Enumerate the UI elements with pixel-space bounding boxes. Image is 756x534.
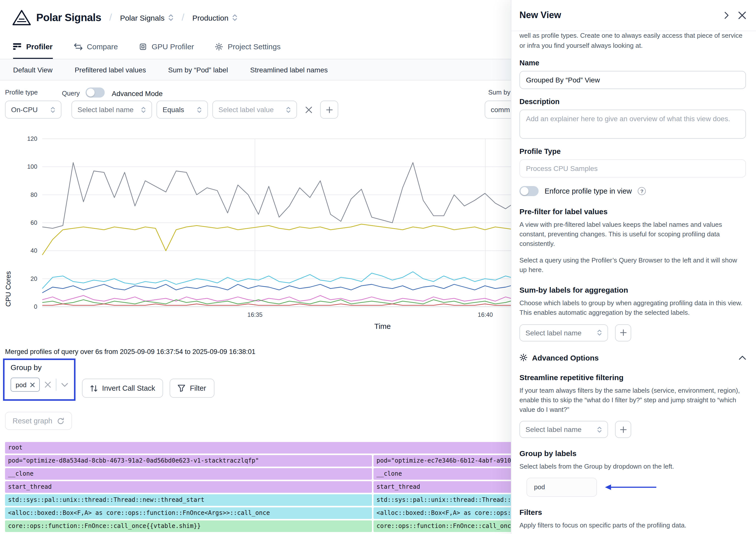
new-view-panel: New View well as profile types. Create o… xyxy=(511,0,756,534)
view-default[interactable]: Default View xyxy=(13,65,53,74)
streamline-label-select[interactable]: Select label name xyxy=(520,421,608,438)
query-label: Query xyxy=(62,89,80,97)
view-streamlined[interactable]: Streamlined label names xyxy=(250,65,328,74)
chevrons-up-down-icon xyxy=(597,426,602,433)
groupby-labels-body: Select labels from the Group by dropdown… xyxy=(520,462,746,471)
enforce-profile-type-toggle[interactable] xyxy=(520,186,539,196)
label-value-placeholder: Select label value xyxy=(218,106,274,114)
panel-close-button[interactable] xyxy=(738,12,746,19)
advanced-mode-toggle[interactable] xyxy=(86,88,105,97)
flame-graph: rootpod="optimize-d8a534ad-8cbb-4673-91a… xyxy=(5,442,511,533)
chart-series-line xyxy=(42,304,511,305)
panel-title: New View xyxy=(520,10,561,21)
chart-series-line xyxy=(42,284,511,292)
chevrons-up-down-icon xyxy=(168,13,174,22)
tab-compare[interactable]: Compare xyxy=(74,35,118,59)
flame-frame[interactable]: root xyxy=(5,442,511,453)
flame-frame[interactable]: __clone xyxy=(373,468,511,480)
groupby-clear-button[interactable] xyxy=(44,382,51,388)
flame-frame[interactable]: <alloc::boxed::Box<F,A> as core::ops::fu… xyxy=(5,507,372,519)
invert-stack-icon xyxy=(90,384,97,392)
prefilter-body: A view with pre-filtered label values ke… xyxy=(520,220,746,249)
breadcrumb-project-selector[interactable]: Production xyxy=(192,13,237,22)
view-prefiltered[interactable]: Prefiltered label values xyxy=(75,65,146,74)
invert-call-stack-button[interactable]: Invert Call Stack xyxy=(82,379,163,398)
operator-select[interactable]: Equals xyxy=(156,101,208,119)
panel-collapse-button[interactable] xyxy=(723,12,730,19)
tab-gpu-profiler[interactable]: GPU Profiler xyxy=(139,35,194,59)
groupby-dropdown-button[interactable] xyxy=(61,382,68,387)
filters-heading: Filters xyxy=(520,508,746,516)
sumby-add-label-button[interactable] xyxy=(615,324,631,341)
flame-frame[interactable]: core::ops::function::FnOnce::call_once{{… xyxy=(5,521,372,532)
groupby-select[interactable]: pod xyxy=(11,375,68,394)
groupby-labels-heading: Group by labels xyxy=(520,449,746,458)
advanced-options-toggle[interactable]: Advanced Options xyxy=(520,353,746,362)
svg-text:0: 0 xyxy=(34,303,37,310)
groupby-chip-pod[interactable]: pod xyxy=(11,378,40,392)
close-icon xyxy=(305,106,312,113)
flame-controls-row: Group by pod Invert Cal xyxy=(3,359,511,401)
primary-tabs: Profiler Compare GPU Profiler Project Se… xyxy=(0,35,511,59)
chevrons-up-down-icon xyxy=(50,106,55,114)
description-label: Description xyxy=(520,97,746,106)
label-value-select[interactable]: Select label value xyxy=(212,101,297,119)
flame-frame[interactable]: pod="optimize-d8a534ad-8cbb-4673-91a2-0a… xyxy=(5,455,372,467)
gear-icon xyxy=(520,353,527,362)
y-axis-label: CPU Cores xyxy=(4,133,12,307)
chevrons-up-down-icon xyxy=(286,106,291,114)
sumby-label-select[interactable]: Select label name xyxy=(520,324,608,341)
reset-graph-button[interactable]: Reset graph xyxy=(5,412,72,430)
view-description-input[interactable] xyxy=(520,110,746,139)
flame-frame[interactable]: core::ops::function::FnOnce::call_onc xyxy=(373,521,511,532)
filter-button[interactable]: Filter xyxy=(170,379,214,398)
panel-intro-text: well as profile types. Create one to alw… xyxy=(520,31,746,50)
flame-frame[interactable]: pod="optimize-ec7e346b-6b12-4abf-a910 xyxy=(373,455,511,467)
funnel-icon xyxy=(178,385,185,392)
flame-frame[interactable]: std::sys::pal::unix::thread::Thread::new… xyxy=(5,494,372,506)
add-matcher-button[interactable] xyxy=(320,101,338,119)
flame-row: root xyxy=(5,442,511,453)
chevron-up-icon xyxy=(739,355,746,360)
flame-frame[interactable]: __clone xyxy=(5,468,372,480)
chart-series-line xyxy=(42,224,511,255)
invert-call-stack-label: Invert Call Stack xyxy=(102,384,155,392)
sum-by-input[interactable]: comm xyxy=(485,101,511,119)
groupby-annotation-box: Group by pod xyxy=(3,359,75,401)
tab-project-settings[interactable]: Project Settings xyxy=(215,35,281,59)
sum-by-value: comm xyxy=(491,106,510,114)
breadcrumb-org-selector[interactable]: Polar Signals xyxy=(120,13,174,22)
cpu-chart-svg[interactable]: 02040608010012016:3516:40 xyxy=(0,133,511,322)
tab-profiler[interactable]: Profiler xyxy=(13,35,53,59)
label-name-placeholder: Select label name xyxy=(77,106,134,114)
chart-series-line xyxy=(42,295,511,301)
tab-gpu-profiler-label: GPU Profiler xyxy=(151,42,194,51)
flame-frame[interactable]: std::sys::pal::unix::thread::Thread:: xyxy=(373,494,511,506)
streamline-add-label-button[interactable] xyxy=(615,421,631,438)
app-root: Polar Signals / Polar Signals / Producti… xyxy=(0,0,756,534)
view-sum-by-pod[interactable]: Sum by “Pod” label xyxy=(168,65,228,74)
svg-text:120: 120 xyxy=(27,135,37,142)
merged-profiles-text: Merged profiles of query over 6s from 20… xyxy=(5,348,511,355)
svg-text:60: 60 xyxy=(30,219,37,226)
groupby-label: Group by xyxy=(11,363,68,371)
view-name-input[interactable] xyxy=(520,71,746,89)
flame-row: <alloc::boxed::Box<F,A> as core::ops::fu… xyxy=(5,507,511,519)
flame-row: pod="optimize-d8a534ad-8cbb-4673-91a2-0a… xyxy=(5,455,511,467)
flame-frame[interactable]: start_thread xyxy=(5,481,372,493)
chevron-down-icon xyxy=(61,382,68,387)
prefilter-note: Select a query using the Profiler’s Quer… xyxy=(520,255,746,274)
help-icon[interactable]: ? xyxy=(638,187,646,195)
chip-remove-icon xyxy=(30,382,35,387)
flame-row: std::sys::pal::unix::thread::Thread::new… xyxy=(5,494,511,506)
plus-icon xyxy=(620,329,626,336)
label-name-select[interactable]: Select label name xyxy=(71,101,152,119)
divider xyxy=(56,379,56,391)
sumby-select-row: Select label name xyxy=(520,324,746,341)
groupby-pod-field: pod xyxy=(526,477,597,496)
metrics-graph: CPU Cores 02040608010012016:3516:40 Time xyxy=(0,133,511,336)
remove-matcher-button[interactable] xyxy=(302,101,315,119)
profile-type-select[interactable]: On-CPU xyxy=(5,101,61,119)
flame-frame[interactable]: start_thread xyxy=(373,481,511,493)
flame-frame[interactable]: <alloc::boxed::Box<F,A> as core::ops: xyxy=(373,507,511,519)
